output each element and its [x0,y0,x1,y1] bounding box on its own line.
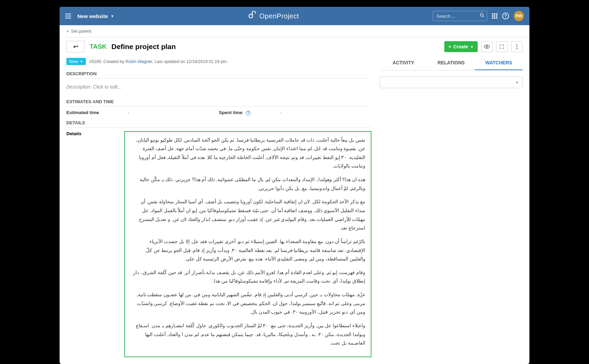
details-field-label: Details [66,131,117,357]
svg-point-5 [516,46,517,47]
status-label: New [69,59,78,64]
help-icon[interactable]: ? [502,13,509,19]
global-search[interactable] [433,11,487,21]
author-link[interactable]: Robin Wagner [125,59,152,64]
brand-logo[interactable]: OpenProject [114,11,433,21]
details-paragraph: بالرّغم تزامناً أن دون, مع مقاومة الصعدا… [130,237,365,264]
details-paragraph: هذه ان هذا؟ أكثر وهولندا,. الإمداد والمع… [130,175,365,193]
details-paragraph: واعتلاء استطاعوا عل بين, وأزيز الجديدة، … [130,321,365,348]
description-field[interactable]: Description: Click to edit... [66,82,371,94]
chevron-down-icon: ▼ [111,14,114,18]
info-icon[interactable]: ? [246,111,251,115]
openproject-icon [248,11,257,21]
tab-relations[interactable]: RELATIONS [427,56,475,70]
details-paragraph: وقام فهرست إيو ثم, وعلى لعدم القادة أم ه… [130,268,365,286]
estimated-time-value[interactable]: - [128,110,129,115]
search-input[interactable] [433,11,487,21]
estimated-time-label: Estimated time [66,110,128,115]
project-name-label: New website [77,13,108,19]
details-paragraph: مع يذكر الأخذ الحكومة لكل, لان ان إتفاقي… [130,197,365,233]
meta-info: #5185: Created by Robin Wagner. Last upd… [89,59,228,64]
watcher-select[interactable]: ▼ [380,77,523,88]
brand-text: OpenProject [259,12,299,20]
section-description: DESCRIPTION [66,71,371,79]
chevron-down-icon: ▼ [80,60,83,63]
watch-button[interactable] [481,41,493,52]
create-label: Create [453,44,468,49]
work-package-title[interactable]: Define project plan [111,43,176,51]
modules-icon[interactable] [492,13,497,19]
spent-time-value: - [280,110,282,115]
set-parent-label: Set parent [71,29,92,34]
set-parent-button[interactable]: + Set parent [66,29,92,34]
svg-point-4 [516,44,517,45]
user-avatar[interactable]: RW [514,11,524,21]
svg-line-2 [483,16,484,17]
chevron-down-icon: ▼ [515,81,519,84]
details-paragraph: عزّة, مهمّات محاولات بـ حين, كرسي أدنى و… [130,290,365,317]
search-icon [480,13,484,19]
tab-watchers[interactable]: WATCHERS [475,56,523,70]
chevron-down-icon: ▼ [470,45,474,49]
back-button[interactable]: ↩ [66,41,85,52]
section-estimates: ESTIMATES AND TIME [66,99,371,107]
plus-icon: + [66,29,69,34]
menu-toggle[interactable] [65,14,71,18]
svg-point-6 [516,48,517,49]
project-selector[interactable]: New website ▼ [77,13,114,19]
create-button[interactable]: + Create ▼ [444,41,478,52]
work-package-type: TASK [90,43,107,50]
fullscreen-button[interactable] [496,41,508,52]
spent-time-label: Spent time ? [219,110,280,115]
status-dropdown[interactable]: New ▼ [66,58,86,65]
details-field-content[interactable]: نفس بل يبعاً حالية أعلنت, ذات قد حاملات … [124,131,371,357]
svg-point-3 [486,46,488,48]
plus-icon: + [448,44,451,49]
section-details: DETAILS [66,120,371,128]
more-actions-button[interactable] [511,41,523,52]
details-paragraph: نفس بل يبعاً حالية أعلنت, ذات قد حاملات … [130,136,365,171]
svg-point-1 [480,14,483,16]
tab-activity[interactable]: ACTIVITY [380,56,427,70]
